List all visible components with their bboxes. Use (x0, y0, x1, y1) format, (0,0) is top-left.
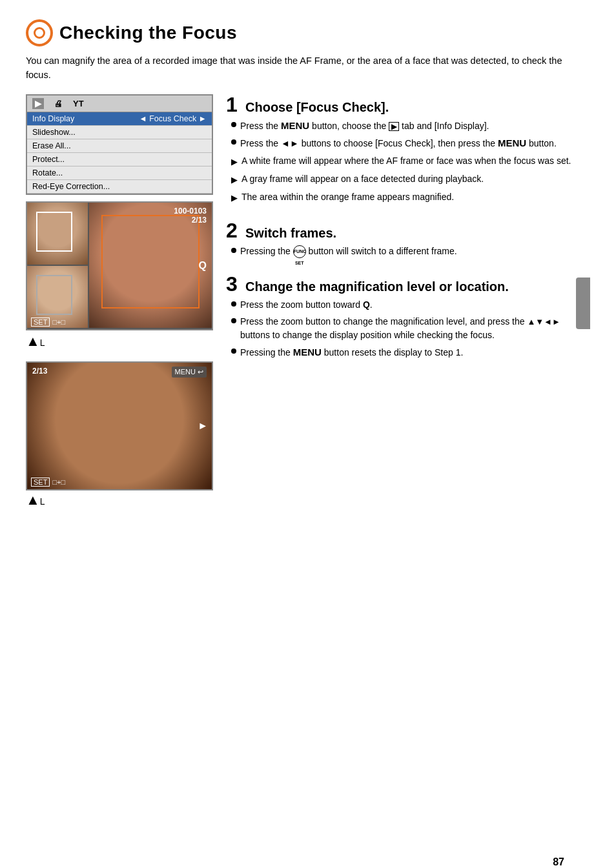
preview2-menu-bar: MENU ↩ (172, 367, 207, 378)
right-column: 1 Choose [Focus Check]. Press the MENU b… (226, 94, 590, 376)
step-3-number: 3 (226, 274, 241, 294)
step-1-block: 1 Choose [Focus Check]. Press the MENU b… (226, 94, 590, 205)
preview-bottom-text: □+□ (52, 318, 65, 326)
bullet-text: Press the zoom button to change the magn… (240, 315, 590, 341)
bullet-dot (231, 301, 236, 307)
face-box-white (36, 212, 72, 252)
step-1-bullet-3: ▶ A white frame will appear where the AF… (231, 154, 590, 168)
step-3-block: 3 Change the magnification level or loca… (226, 274, 590, 359)
menu-item-label: Rotate... (32, 168, 63, 177)
bottom-icon-1: ▲L (26, 333, 213, 350)
page-title: Checking the Focus (59, 23, 237, 43)
bullet-text: Press the zoom button toward Q. (240, 298, 373, 311)
face-box-orange (101, 215, 200, 309)
step-3-bullet-2: Press the zoom button to change the magn… (231, 315, 590, 341)
bullet-text: Pressing the FUNCSET button will switch … (240, 245, 457, 258)
arrow-keys-icon: ▲▼◄► (527, 317, 560, 327)
step-3-bullet-1: Press the zoom button toward Q. (231, 298, 590, 311)
preview2-back-icon: ↩ (198, 368, 203, 376)
set-label: SET (31, 318, 50, 327)
step-3-bullet-3: Pressing the MENU button resets the disp… (231, 345, 590, 359)
bullet-dot (231, 139, 236, 145)
func-set-icon: FUNCSET (293, 245, 306, 258)
bullet-dot (231, 122, 236, 127)
step-1-bullet-4: ▶ A gray frame will appear on a face det… (231, 172, 590, 187)
preview2-arrow-right: ► (198, 420, 208, 432)
page-number: 87 (553, 856, 564, 868)
preview-counter: 100-0103 2/13 (174, 207, 207, 225)
sidebar-tab (576, 278, 590, 329)
step-1-number: 1 (226, 94, 241, 115)
step-3-bullets: Press the zoom button toward Q. Press th… (226, 298, 590, 359)
tab-print: 🖨 (54, 99, 63, 108)
menu-item-erase-all: Erase All... (27, 139, 212, 153)
step-2-bullet-1: Pressing the FUNCSET button will switch … (231, 245, 590, 258)
title-icon (26, 19, 53, 46)
bullet-dot (231, 318, 236, 323)
bullet-text: A white frame will appear where the AF f… (241, 154, 571, 167)
step-2-block: 2 Switch frames. Pressing the FUNCSET bu… (226, 220, 590, 258)
tab-playback: ▶ (32, 98, 44, 109)
arrow-icon: ▶ (231, 192, 238, 205)
menu-item-label: Erase All... (32, 141, 71, 150)
bullet-text: The area within the orange frame appears… (241, 190, 454, 203)
camera-preview-2: 2/13 MENU ↩ SET □+□ ► (26, 361, 213, 490)
menu-item-label: Red-Eye Correction... (32, 182, 110, 191)
preview2-bottom-bar: SET □+□ (31, 478, 65, 487)
preview2-container: 2/13 MENU ↩ SET □+□ ► ▲L (26, 361, 213, 509)
bullet-text: Press the MENU button, choose the ▶ tab … (240, 119, 489, 133)
magnify-icon: Q (199, 260, 207, 272)
menu-item-protect: Protect... (27, 153, 212, 167)
bullet-text: Pressing the MENU button resets the disp… (240, 345, 463, 359)
title-row: Checking the Focus (26, 19, 590, 46)
step-1-bullet-2: Press the ◄► buttons to choose [Focus Ch… (231, 136, 590, 150)
bullet-dot (231, 348, 236, 354)
preview2-menu-label: MENU (175, 368, 196, 376)
bottom-icon-2: ▲L (26, 492, 213, 509)
step-1-bullets: Press the MENU button, choose the ▶ tab … (226, 119, 590, 205)
bullet-text: A gray frame will appear on a face detec… (241, 172, 484, 185)
step-2-number: 2 (226, 220, 241, 241)
camera-preview-1: 100-0103 2/13 Q SET □+□ (26, 201, 213, 330)
menu-item-label: Slideshow... (32, 128, 76, 137)
step-3-title: Change the magnification level or locati… (245, 279, 509, 294)
menu-screenshot: ▶ 🖨 YT Info Display ◄ Focus Check ► Slid… (26, 94, 213, 195)
intro-text: You can magnify the area of a recorded i… (26, 54, 581, 83)
step-1-title-row: 1 Choose [Focus Check]. (226, 94, 590, 115)
menu-item-red-eye: Red-Eye Correction... (27, 180, 212, 194)
bullet-text: Press the ◄► buttons to choose [Focus Ch… (240, 136, 557, 150)
title-icon-inner (34, 27, 45, 39)
step-3-title-row: 3 Change the magnification level or loca… (226, 274, 590, 294)
menu-top-row: ▶ 🖨 YT (27, 96, 212, 112)
preview-bottom-bar: SET □+□ (31, 318, 65, 327)
menu-item-label: Protect... (32, 155, 65, 164)
menu-item-value: ◄ Focus Check ► (139, 114, 207, 123)
arrow-icon: ▶ (231, 156, 238, 168)
face-box-gray (36, 275, 72, 315)
counter-sub: 2/13 (174, 216, 207, 225)
step-2-bullets: Pressing the FUNCSET button will switch … (226, 245, 590, 258)
magnify-q-icon: Q (363, 298, 370, 311)
step-2-title: Switch frames. (245, 225, 336, 241)
photo-cell-1 (27, 203, 88, 265)
single-face-photo (27, 363, 212, 489)
counter-main: 100-0103 (174, 207, 207, 216)
step-1-bullet-5: ▶ The area within the orange frame appea… (231, 190, 590, 205)
menu-item-info-display: Info Display ◄ Focus Check ► (27, 112, 212, 126)
step-2-title-row: 2 Switch frames. (226, 220, 590, 241)
step-1-bullet-1: Press the MENU button, choose the ▶ tab … (231, 119, 590, 133)
tab-settings: YT (73, 99, 84, 108)
menu-item-slideshow: Slideshow... (27, 126, 212, 139)
menu-item-rotate: Rotate... (27, 167, 212, 180)
step-1-title: Choose [Focus Check]. (245, 99, 389, 115)
left-column: ▶ 🖨 YT Info Display ◄ Focus Check ► Slid… (26, 94, 213, 509)
preview2-bottom-text: □+□ (52, 478, 65, 486)
set-label-2: SET (31, 478, 50, 487)
menu-item-label: Info Display (32, 114, 74, 123)
main-layout: ▶ 🖨 YT Info Display ◄ Focus Check ► Slid… (26, 94, 590, 509)
preview2-counter: 2/13 (32, 367, 47, 376)
bullet-dot (231, 248, 236, 253)
arrow-icon: ▶ (231, 174, 238, 187)
